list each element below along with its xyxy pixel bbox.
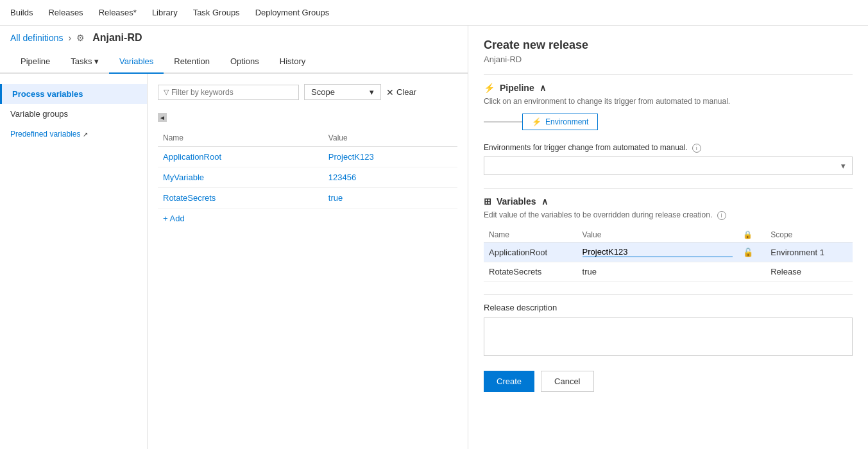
scroll-left-arrow[interactable]: ◄: [158, 113, 167, 122]
override-var-value-1: true: [583, 267, 597, 276]
clear-x-icon: ✕: [386, 87, 394, 97]
right-panel: Create new release Anjani-RD ⚡ Pipeline …: [468, 26, 868, 449]
sub-nav: Pipeline Tasks ▾ Variables Retention Opt…: [0, 50, 468, 74]
nav-releases-star[interactable]: Releases*: [99, 8, 137, 17]
clear-button[interactable]: ✕ Clear: [386, 87, 416, 97]
override-col-scope-header: Scope: [765, 228, 853, 242]
create-button[interactable]: Create: [484, 371, 534, 392]
nav-task-groups[interactable]: Task Groups: [193, 8, 240, 17]
cancel-button[interactable]: Cancel: [541, 371, 593, 392]
all-definitions-link[interactable]: All definitions: [10, 33, 64, 43]
sidebar: Process variables Variable groups Predef…: [0, 74, 148, 449]
filter-input-wrap: ▽: [158, 85, 299, 100]
pipeline-section-header: ⚡ Pipeline ∧: [484, 83, 853, 93]
nav-builds[interactable]: Builds: [10, 8, 33, 17]
pipeline-description: Click on an environment to change its tr…: [484, 97, 853, 106]
pipeline-section-label: Pipeline: [500, 83, 534, 93]
pipeline-section: ⚡ Pipeline ∧ Click on an environment to …: [484, 83, 853, 130]
pipeline-lightning-icon: ⚡: [484, 83, 495, 93]
variables-section-label: Variables: [497, 196, 536, 207]
override-col-lock-header: 🔒: [738, 228, 766, 242]
tab-history[interactable]: History: [269, 50, 316, 74]
top-nav: Builds Releases Releases* Library Task G…: [0, 0, 868, 26]
variables-collapse-icon[interactable]: ∧: [541, 196, 548, 207]
release-description-section: Release description: [484, 303, 853, 358]
variables-override-section: ⊞ Variables ∧ Edit value of the variable…: [484, 196, 853, 282]
release-desc-textarea[interactable]: [484, 318, 853, 356]
variables-section-header: ⊞ Variables ∧: [484, 196, 853, 207]
action-buttons: Create Cancel: [484, 371, 853, 392]
environments-label: Environments for trigger change from aut…: [484, 143, 853, 153]
clear-label: Clear: [396, 87, 416, 97]
override-col-name-header: Name: [484, 228, 577, 242]
scrollbar-hint: ◄: [158, 110, 457, 124]
breadcrumb: All definitions › ⚙ Anjani-RD: [0, 26, 468, 50]
nav-library[interactable]: Library: [152, 8, 178, 17]
filter-icon: ▽: [164, 88, 169, 96]
panel-title: Create new release: [484, 38, 853, 52]
override-col-value-header: Value: [577, 228, 738, 242]
variables-description: Edit value of the variables to be overri…: [484, 210, 853, 220]
tab-pipeline[interactable]: Pipeline: [10, 50, 60, 74]
env-btn-label: Environment: [545, 117, 588, 126]
definition-title: Anjani-RD: [92, 32, 142, 44]
env-bolt-icon: ⚡: [532, 117, 541, 126]
override-var-scope-1: Release: [765, 262, 853, 282]
var-name-0[interactable]: ApplicationRoot: [163, 152, 221, 162]
nav-releases[interactable]: Releases: [48, 8, 83, 17]
pipeline-line: [484, 121, 522, 123]
environments-info-icon[interactable]: i: [692, 144, 701, 153]
filter-bar: ▽ Scope ▾ ✕ Clear: [158, 84, 457, 100]
override-var-name-0: ApplicationRoot: [484, 242, 577, 262]
scope-label: Scope: [311, 87, 335, 97]
col-value-header: Value: [323, 130, 457, 147]
environments-section: Environments for trigger change from aut…: [484, 143, 853, 175]
scope-dropdown[interactable]: Scope ▾: [304, 84, 381, 100]
external-link-icon: ↗: [83, 131, 88, 138]
lock-icon-0[interactable]: 🔓: [743, 248, 753, 257]
predefined-variables-link[interactable]: Predefined variables: [10, 130, 80, 139]
tab-retention[interactable]: Retention: [164, 50, 220, 74]
var-name-1[interactable]: MyVariable: [163, 173, 204, 182]
table-row: ApplicationRoot 🔓 Environment 1: [484, 242, 853, 262]
override-var-value-input-0[interactable]: [583, 247, 733, 257]
environments-dropdown[interactable]: ▾: [484, 157, 853, 175]
add-variable-button[interactable]: + Add: [158, 208, 457, 228]
var-value-1: 123456: [328, 173, 356, 182]
panel-subtitle: Anjani-RD: [484, 55, 853, 64]
tab-options[interactable]: Options: [220, 50, 269, 74]
sidebar-item-predefined-variables[interactable]: Predefined variables ↗: [0, 124, 147, 144]
override-var-scope-0: Environment 1: [765, 242, 853, 262]
pipeline-env: ⚡ Environment: [484, 114, 853, 130]
environment-button[interactable]: ⚡ Environment: [522, 114, 598, 130]
override-var-name-1: RotateSecrets: [484, 262, 577, 282]
col-name-header: Name: [158, 130, 323, 147]
variables-area: ▽ Scope ▾ ✕ Clear ◄: [148, 74, 468, 449]
sidebar-item-variable-groups[interactable]: Variable groups: [0, 104, 147, 124]
tab-tasks[interactable]: Tasks ▾: [60, 50, 109, 74]
variables-override-table: Name Value 🔒 Scope ApplicationRoot 🔓 Env…: [484, 228, 853, 282]
var-value-2: true: [328, 193, 343, 203]
table-row: RotateSecrets true: [158, 188, 457, 208]
env-dropdown-chevron: ▾: [841, 161, 846, 171]
table-row: MyVariable 123456: [158, 167, 457, 188]
sidebar-item-process-variables[interactable]: Process variables: [0, 84, 147, 104]
definition-icon: ⚙: [76, 33, 85, 43]
table-row: ApplicationRoot ProjectK123: [158, 147, 457, 167]
scope-dropdown-icon: ▾: [370, 87, 374, 97]
tab-variables[interactable]: Variables: [109, 50, 164, 74]
breadcrumb-chevron: ›: [69, 33, 72, 43]
tasks-caret: ▾: [94, 56, 99, 66]
variables-info-icon[interactable]: i: [717, 211, 726, 220]
release-desc-label: Release description: [484, 303, 853, 312]
nav-deployment-groups[interactable]: Deployment Groups: [255, 8, 330, 17]
filter-input[interactable]: [171, 88, 293, 97]
variables-table: Name Value ApplicationRoot ProjectK123 M…: [158, 130, 457, 208]
pipeline-collapse-icon[interactable]: ∧: [540, 83, 546, 93]
var-name-2[interactable]: RotateSecrets: [163, 193, 216, 203]
variables-grid-icon: ⊞: [484, 196, 491, 207]
var-value-0: ProjectK123: [328, 152, 374, 162]
table-row: RotateSecrets true Release: [484, 262, 853, 282]
